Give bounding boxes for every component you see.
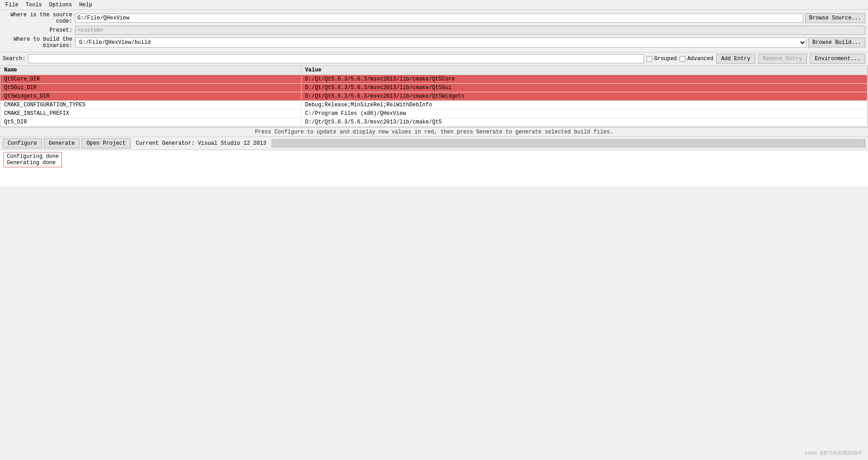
row-name: Qt5Core_DIR [0, 75, 301, 84]
watermark: CSDN @努力向前爬的蜗牛 [805, 450, 863, 456]
cmake-table: Name Value Qt5Core_DIRD:/Qt/Qt5.6.3/5.6.… [0, 66, 868, 127]
row-name: CMAKE_INSTALL_PREFIX [0, 109, 301, 118]
advanced-group: Advanced [679, 56, 713, 62]
row-value: D:/Qt/Qt5.6.3/5.6.3/msvc2013/lib/cmake/Q… [301, 118, 867, 127]
menu-help[interactable]: Help [75, 1, 96, 9]
configure-button[interactable]: Configure [3, 138, 42, 148]
advanced-checkbox[interactable] [679, 56, 685, 62]
grouped-label: Grouped [654, 56, 677, 62]
row-value: D:/Qt/Qt5.6.3/5.6.3/msvc2013/lib/cmake/Q… [301, 92, 867, 101]
grouped-group: Grouped [646, 56, 677, 62]
search-label: Search: [3, 56, 25, 62]
table-row[interactable]: Qt5Gui_DIRD:/Qt/Qt5.6.3/5.6.3/msvc2013/l… [0, 84, 868, 92]
add-entry-button[interactable]: Add Entry [716, 54, 755, 64]
build-row: Where to build the binaries: G:/File/QHe… [3, 36, 865, 49]
preset-row: Preset: [3, 26, 865, 35]
bottom-toolbar: Configure Generate Open Project Current … [0, 137, 868, 150]
build-label: Where to build the binaries: [3, 36, 75, 49]
row-name: Qt5Gui_DIR [0, 84, 301, 92]
remove-entry-button[interactable]: Remove Entry [758, 54, 807, 64]
row-name: Qt5_DIR [0, 118, 301, 127]
table-row[interactable]: CMAKE_CONFIGURATION_TYPESDebug;Release;M… [0, 101, 868, 109]
table-header-row: Name Value [0, 66, 868, 75]
search-input[interactable] [28, 54, 643, 63]
source-label: Where is the source code: [3, 12, 75, 24]
output-line1: Configuring done [7, 153, 59, 160]
table-row[interactable]: Qt5_DIRD:/Qt/Qt5.6.3/5.6.3/msvc2013/lib/… [0, 118, 868, 127]
progress-bar [272, 139, 865, 147]
status-text: Press Configure to update and display ne… [255, 129, 613, 135]
menu-file[interactable]: File [2, 1, 22, 9]
generator-label: Current Generator: Visual Studio 12 2013 [136, 140, 266, 147]
source-input[interactable] [75, 14, 803, 23]
output-box: Configuring done Generating done [4, 152, 62, 167]
browse-source-button[interactable]: Browse Source... [805, 13, 865, 23]
table-row[interactable]: Qt5Core_DIRD:/Qt/Qt5.6.3/5.6.3/msvc2013/… [0, 75, 868, 84]
source-section: Where is the source code: Browse Source.… [0, 10, 868, 52]
source-row: Where is the source code: Browse Source.… [3, 12, 865, 24]
col-value: Value [301, 66, 867, 75]
row-name: Qt5Widgets_DIR [0, 92, 301, 101]
browse-build-button[interactable]: Browse Build... [808, 38, 865, 47]
open-project-button[interactable]: Open Project [81, 138, 130, 148]
grouped-checkbox[interactable] [646, 56, 652, 62]
row-value: C:/Program Files (x86)/QHexView [301, 109, 867, 118]
table-row[interactable]: Qt5Widgets_DIRD:/Qt/Qt5.6.3/5.6.3/msvc20… [0, 92, 868, 101]
row-value: D:/Qt/Qt5.6.3/5.6.3/msvc2013/lib/cmake/Q… [301, 84, 867, 92]
search-row: Search: Grouped Advanced Add Entry Remov… [0, 52, 868, 66]
output-area: Configuring done Generating done [0, 150, 868, 186]
table-row[interactable]: CMAKE_INSTALL_PREFIXC:/Program Files (x8… [0, 109, 868, 118]
menu-options[interactable]: Options [46, 1, 75, 9]
status-bar: Press Configure to update and display ne… [0, 127, 868, 137]
row-name: CMAKE_CONFIGURATION_TYPES [0, 101, 301, 109]
menu-tools[interactable]: Tools [22, 1, 46, 9]
advanced-label: Advanced [687, 56, 713, 62]
build-select[interactable]: G:/File/QHexView/build [75, 38, 807, 47]
row-value: D:/Qt/Qt5.6.3/5.6.3/msvc2013/lib/cmake/Q… [301, 75, 867, 84]
preset-input [75, 26, 865, 35]
row-value: Debug;Release;MinSizeRel;RelWithDebInfo [301, 101, 867, 109]
menubar: File Tools Options Help [0, 0, 868, 10]
environment-button[interactable]: Environment... [810, 54, 865, 64]
output-line2: Generating done [7, 160, 59, 166]
table-section: Name Value Qt5Core_DIRD:/Qt/Qt5.6.3/5.6.… [0, 66, 868, 127]
col-name: Name [0, 66, 301, 75]
preset-label: Preset: [3, 27, 75, 33]
generate-button[interactable]: Generate [44, 138, 80, 148]
